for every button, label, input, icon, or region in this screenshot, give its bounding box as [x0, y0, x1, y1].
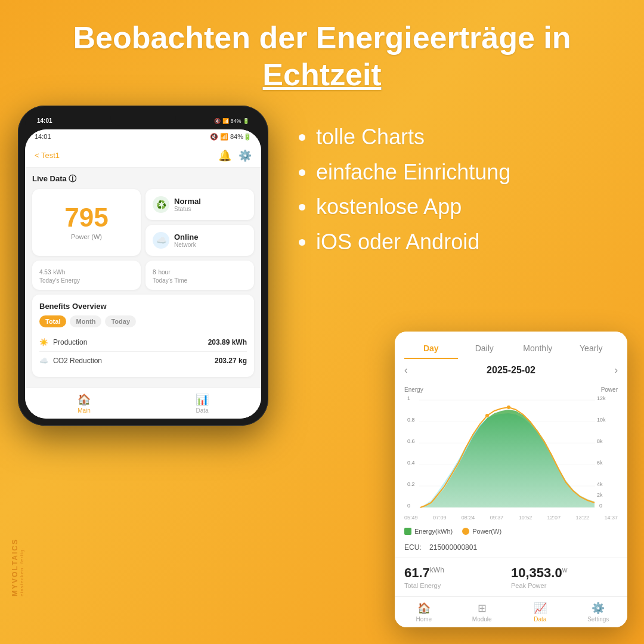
page-title: Beobachten der Energieerträge in Echtzei…: [24, 19, 620, 94]
chart-settings-icon: ⚙️: [592, 602, 605, 615]
peak-power-num: 10,353.0: [511, 565, 562, 580]
energy-label: Today's Energy: [39, 277, 134, 284]
chart-data-label: Data: [534, 616, 546, 623]
benefits-tabs: Total Month Today: [39, 315, 247, 327]
power-legend-dot: [462, 528, 469, 535]
ecu-value-spacing: [423, 543, 428, 552]
live-data-title: Live Data ⓘ: [32, 174, 254, 184]
svg-text:0.6: 0.6: [407, 438, 415, 444]
power-label: Power (W): [71, 233, 102, 240]
benefits-section: Benefits Overview Total Month Today ☀️ P…: [32, 295, 254, 377]
phone-status-right: 🔇 📶 84% 🔋: [214, 118, 249, 124]
title-highlight: Echtzeit: [262, 57, 381, 92]
peak-power-unit: w: [562, 566, 568, 574]
settings-icon[interactable]: ⚙️: [239, 149, 252, 162]
nav-data-label: Data: [196, 407, 208, 414]
logo-watermark: MYVOLTAICS einstecken. fertig.: [11, 538, 24, 596]
tab-total-button[interactable]: Total: [39, 315, 66, 327]
time-label-1: 05:49: [404, 515, 418, 521]
chart-module-icon: ⊞: [478, 602, 487, 615]
bell-icon[interactable]: 🔔: [218, 149, 231, 162]
cloud-icon: ☁️: [39, 357, 48, 365]
time-label-6: 12:07: [547, 515, 561, 521]
nav-back-button[interactable]: < Test1: [35, 151, 60, 160]
benefits-title: Benefits Overview: [39, 302, 247, 311]
chart-time-labels: 05:49 07:09 08:24 09:37 10:52 12:07 13:2…: [404, 515, 618, 521]
features-list: tolle Charts einfache Einrichtung kosten…: [286, 106, 626, 264]
production-row: ☀️ Production 203.89 kWh: [39, 333, 247, 352]
time-label-5: 10:52: [519, 515, 532, 521]
production-left: ☀️ Production: [39, 338, 87, 346]
phone-notch: [110, 113, 176, 126]
peak-dot: [485, 414, 489, 417]
time-label-2: 07:09: [433, 515, 447, 521]
online-status-info: Online Network: [174, 233, 198, 248]
nav-main-label: Main: [78, 407, 91, 414]
co2-value: 203.27 kg: [215, 357, 247, 365]
peak-dot-2: [507, 405, 510, 409]
tab-month-button[interactable]: Month: [70, 315, 101, 327]
online-status-card: ☁️ Online Network: [145, 225, 254, 256]
ecu-row: ECU: 215000000801: [395, 540, 627, 558]
normal-status-info: Normal Status: [174, 197, 201, 212]
feature-item-3: kostenlose App: [316, 193, 626, 221]
phone-notch-bar: 14:01 🔇 📶 84% 🔋: [25, 113, 261, 129]
svg-text:6k: 6k: [597, 460, 603, 466]
svg-text:1: 1: [407, 395, 410, 401]
chart-nav-module[interactable]: ⊞ Module: [453, 597, 512, 627]
phone-hand-area: 14:01 🔇 📶 84% 🔋 14:01 🔇 📶 84%🔋 < Test1: [18, 106, 268, 426]
production-value: 203.89 kWh: [208, 338, 247, 346]
nav-main-item[interactable]: 🏠 Main: [25, 388, 143, 419]
time-label-8: 14:37: [604, 515, 618, 521]
energy-metric-card: 4.53 kWh Today's Energy: [32, 261, 141, 290]
chart-home-label: Home: [416, 616, 432, 623]
logo-text: MYVOLTAICS einstecken. fertig.: [11, 538, 24, 596]
time-unit: hour: [158, 269, 170, 275]
svg-text:4k: 4k: [597, 481, 603, 487]
app-status-icons: 🔇 📶 84%🔋: [210, 133, 252, 141]
total-energy-unit: kWh: [430, 566, 444, 574]
nav-icons: 🔔 ⚙️: [218, 149, 252, 162]
time-label: Today's Time: [153, 277, 247, 284]
metrics-row: 4.53 kWh Today's Energy 8 hour Today's T…: [32, 261, 254, 290]
chart-tab-monthly[interactable]: Monthly: [511, 339, 565, 359]
chart-nav-data[interactable]: 📈 Data: [511, 597, 569, 627]
chart-data-icon: 📈: [534, 602, 547, 615]
chart-axis-labels: Energy Power: [404, 386, 618, 393]
time-label-7: 13:22: [576, 515, 590, 521]
prev-date-arrow[interactable]: ‹: [404, 365, 407, 376]
feature-item-4: iOS oder Android: [316, 228, 626, 256]
svg-text:12k: 12k: [597, 395, 606, 401]
chart-nav-home[interactable]: 🏠 Home: [395, 597, 453, 627]
live-data-grid: 795 Power (W) ♻️ Normal Status: [32, 189, 254, 256]
total-energy-label: Total Energy: [404, 582, 511, 589]
logo-subtext: einstecken. fertig.: [19, 538, 24, 596]
peak-power-stat: 10,353.0w Peak Power: [511, 565, 618, 589]
y-left-label: Energy: [404, 386, 423, 393]
energy-legend-dot: [404, 528, 411, 535]
chart-nav-settings[interactable]: ⚙️ Settings: [569, 597, 628, 627]
phone-screen: 14:01 🔇 📶 84%🔋 < Test1 🔔 ⚙️ Live Data ⓘ: [25, 129, 261, 419]
app-nav: < Test1 🔔 ⚙️: [25, 144, 261, 168]
features-ul: tolle Charts einfache Einrichtung kosten…: [298, 123, 626, 256]
power-area: [420, 410, 595, 507]
svg-text:0: 0: [599, 503, 602, 509]
next-date-arrow[interactable]: ›: [615, 365, 618, 376]
energy-metric-value: 4.53 kWh: [39, 267, 134, 276]
title-start: Beobachten der Energieerträge in: [73, 20, 571, 55]
co2-row: ☁️ CO2 Reduction 203.27 kg: [39, 352, 247, 370]
nav-data-item[interactable]: 📊 Data: [143, 388, 261, 419]
normal-status-sub: Status: [174, 206, 201, 212]
power-legend-item: Power(W): [462, 528, 501, 535]
peak-power-value: 10,353.0w: [511, 565, 618, 581]
phone-time: 14:01: [37, 117, 52, 124]
time-value: 8: [153, 269, 156, 275]
time-metric-card: 8 hour Today's Time: [145, 261, 254, 290]
app-status-bar: 14:01 🔇 📶 84%🔋: [25, 129, 261, 144]
ecu-label: ECU:: [404, 543, 422, 552]
chart-tab-yearly[interactable]: Yearly: [565, 339, 618, 359]
chart-tab-day[interactable]: Day: [404, 339, 458, 359]
chart-module-label: Module: [472, 616, 492, 623]
tab-today-button[interactable]: Today: [105, 315, 136, 327]
chart-tab-daily[interactable]: Daily: [458, 339, 512, 359]
